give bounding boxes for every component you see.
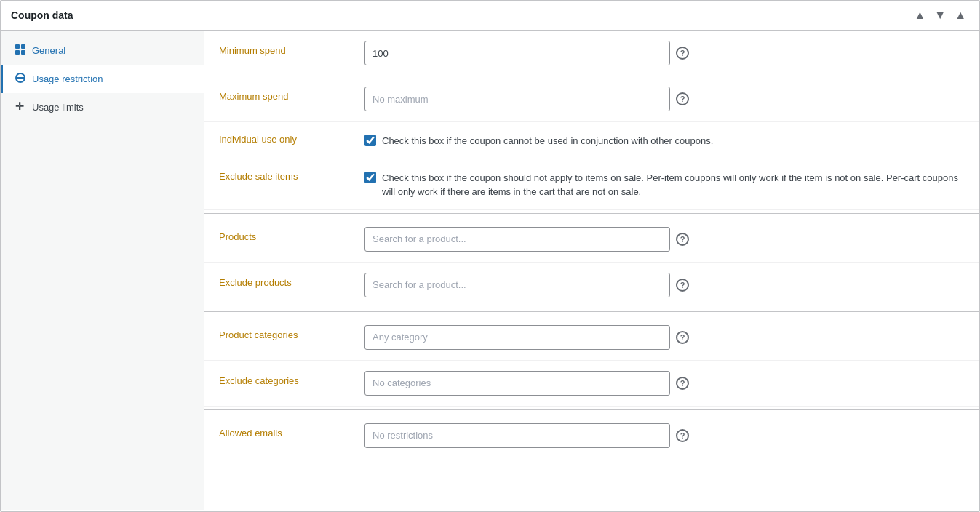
general-icon bbox=[15, 44, 26, 57]
exclude-categories-help-icon[interactable]: ? bbox=[676, 377, 689, 390]
exclude-categories-row: Exclude categories ? bbox=[204, 361, 979, 407]
exclude-sale-description: Check this box if the coupon should not … bbox=[382, 171, 965, 199]
products-field: ? bbox=[364, 227, 965, 252]
allowed-emails-input[interactable] bbox=[364, 423, 670, 448]
expand-button[interactable]: ▲ bbox=[952, 8, 969, 23]
individual-use-field: Check this box if the coupon cannot be u… bbox=[364, 132, 965, 148]
section-divider-3 bbox=[204, 409, 979, 410]
exclude-products-help-icon[interactable]: ? bbox=[676, 279, 689, 292]
products-input[interactable] bbox=[364, 227, 670, 252]
panel-body: General Usage restriction ✛ Usage limi bbox=[1, 31, 979, 510]
svg-rect-1 bbox=[21, 44, 25, 49]
collapse-down-button[interactable]: ▼ bbox=[931, 8, 949, 23]
svg-text:✛: ✛ bbox=[15, 100, 24, 112]
collapse-up-button[interactable]: ▲ bbox=[911, 8, 928, 23]
exclude-products-field: ? bbox=[364, 273, 965, 297]
individual-use-row: Individual use only Check this box if th… bbox=[204, 122, 979, 159]
maximum-spend-field: ? bbox=[364, 87, 965, 111]
sidebar-item-usage-limits[interactable]: ✛ Usage limits bbox=[1, 93, 204, 121]
usage-restriction-icon bbox=[15, 72, 26, 86]
exclude-sale-field: Check this box if the coupon should not … bbox=[364, 169, 965, 199]
exclude-sale-checkbox[interactable] bbox=[364, 172, 376, 183]
usage-limits-icon: ✛ bbox=[15, 100, 26, 114]
product-categories-label: Product categories bbox=[219, 325, 350, 340]
minimum-spend-row: Minimum spend ? bbox=[204, 31, 979, 76]
individual-use-description: Check this box if the coupon cannot be u… bbox=[382, 134, 965, 148]
section-divider-1 bbox=[204, 213, 979, 214]
exclude-products-label: Exclude products bbox=[219, 273, 350, 288]
minimum-spend-input[interactable] bbox=[364, 41, 670, 65]
panel-header: Coupon data ▲ ▼ ▲ bbox=[1, 1, 979, 31]
allowed-emails-label: Allowed emails bbox=[219, 423, 350, 439]
minimum-spend-field: ? bbox=[364, 41, 965, 65]
product-categories-input[interactable] bbox=[364, 325, 670, 350]
section-divider-2 bbox=[204, 311, 979, 312]
maximum-spend-input[interactable] bbox=[364, 87, 670, 111]
sidebar-item-usage-limits-label: Usage limits bbox=[32, 102, 84, 113]
products-help-icon[interactable]: ? bbox=[676, 233, 689, 246]
product-categories-field: ? bbox=[364, 325, 965, 350]
panel-title: Coupon data bbox=[11, 9, 73, 21]
sidebar-item-usage-restriction[interactable]: Usage restriction bbox=[1, 65, 204, 93]
exclude-categories-label: Exclude categories bbox=[219, 371, 350, 386]
sidebar-item-usage-restriction-label: Usage restriction bbox=[32, 73, 103, 84]
individual-use-label: Individual use only bbox=[219, 132, 350, 145]
svg-rect-2 bbox=[15, 50, 20, 55]
main-content: Minimum spend ? Maximum spend ? bbox=[204, 31, 979, 510]
minimum-spend-help-icon[interactable]: ? bbox=[676, 47, 689, 60]
products-label: Products bbox=[219, 227, 350, 242]
maximum-spend-help-icon[interactable]: ? bbox=[676, 92, 689, 105]
sidebar-item-general-label: General bbox=[32, 45, 65, 56]
allowed-emails-row: Allowed emails ? bbox=[204, 413, 979, 458]
sidebar-item-general[interactable]: General bbox=[1, 36, 204, 65]
products-row: Products ? bbox=[204, 217, 979, 263]
coupon-panel: Coupon data ▲ ▼ ▲ General bbox=[0, 0, 980, 512]
header-controls: ▲ ▼ ▲ bbox=[911, 8, 969, 23]
exclude-categories-input[interactable] bbox=[364, 371, 670, 396]
minimum-spend-label: Minimum spend bbox=[219, 41, 350, 56]
individual-use-checkbox[interactable] bbox=[364, 135, 376, 146]
allowed-emails-field: ? bbox=[364, 423, 965, 448]
product-categories-help-icon[interactable]: ? bbox=[676, 331, 689, 344]
svg-rect-3 bbox=[21, 50, 25, 55]
product-categories-row: Product categories ? bbox=[204, 315, 979, 361]
sidebar: General Usage restriction ✛ Usage limi bbox=[1, 31, 204, 510]
form-section: Minimum spend ? Maximum spend ? bbox=[204, 31, 979, 458]
exclude-products-row: Exclude products ? bbox=[204, 263, 979, 308]
exclude-categories-field: ? bbox=[364, 371, 965, 396]
svg-rect-0 bbox=[15, 44, 20, 49]
maximum-spend-row: Maximum spend ? bbox=[204, 76, 979, 122]
maximum-spend-label: Maximum spend bbox=[219, 87, 350, 102]
exclude-sale-row: Exclude sale items Check this box if the… bbox=[204, 159, 979, 210]
allowed-emails-help-icon[interactable]: ? bbox=[676, 429, 689, 442]
exclude-products-input[interactable] bbox=[364, 273, 670, 297]
exclude-sale-label: Exclude sale items bbox=[219, 169, 350, 182]
